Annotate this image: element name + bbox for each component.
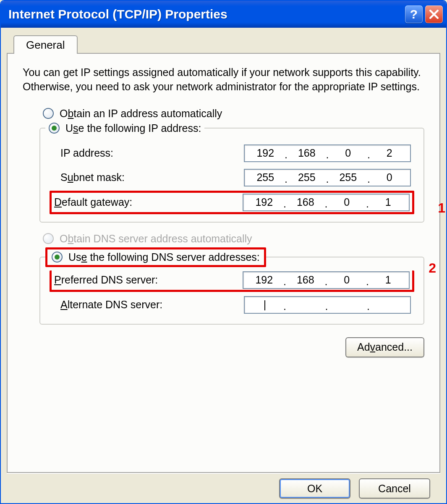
annotation-2: 2 <box>429 260 436 276</box>
preferred-dns-input[interactable]: . . . <box>243 271 410 289</box>
close-button[interactable] <box>425 5 443 23</box>
radio-icon <box>52 252 63 262</box>
row-subnet-mask: Subnet mask: . . . <box>50 166 414 189</box>
cancel-button[interactable]: Cancel <box>359 478 430 499</box>
adns-oct-4[interactable] <box>370 298 409 311</box>
intro-text: You can get IP settings assigned automat… <box>23 66 424 94</box>
pdns-oct-3[interactable] <box>328 273 366 286</box>
radio-dns-auto: Obtain DNS server address automatically <box>43 233 424 245</box>
advanced-row: Advanced... <box>23 337 424 357</box>
title-bar: Internet Protocol (TCP/IP) Properties ? <box>1 1 446 28</box>
tab-general[interactable]: General <box>13 35 78 54</box>
group-ip-manual: Use the following IP address: IP address… <box>39 122 424 223</box>
radio-dns-manual-label: Use the following DNS server addresses: <box>68 251 260 263</box>
dialog-window: Internet Protocol (TCP/IP) Properties ? … <box>0 0 447 504</box>
ok-button[interactable]: OK <box>279 478 350 499</box>
gw-oct-4[interactable] <box>369 196 408 209</box>
ip-oct-4[interactable] <box>371 147 409 160</box>
tab-general-label: General <box>26 39 65 51</box>
client-area: General You can get IP settings assigned… <box>1 28 446 503</box>
gw-oct-3[interactable] <box>328 196 366 209</box>
ip-address-input[interactable]: . . . <box>244 144 411 162</box>
row-alternate-dns: Alternate DNS server: . . . <box>50 294 414 316</box>
radio-icon <box>43 233 54 244</box>
ip-address-label: IP address: <box>60 147 113 159</box>
advanced-button[interactable]: Advanced... <box>345 337 424 357</box>
alternate-dns-label: Alternate DNS server: <box>60 299 162 311</box>
preferred-dns-label: Preferred DNS server: <box>54 274 158 286</box>
radio-ip-manual-label: Use the following IP address: <box>65 122 201 134</box>
radio-ip-auto[interactable]: Obtain an IP address automatically <box>43 108 424 120</box>
group-dns-manual: Use the following DNS server addresses: … <box>39 247 424 325</box>
radio-ip-manual[interactable]: Use the following IP address: <box>45 122 204 134</box>
adns-oct-2[interactable] <box>287 298 325 311</box>
radio-dns-manual[interactable]: Use the following DNS server addresses: <box>45 247 266 267</box>
radio-ip-auto-label: Obtain an IP address automatically <box>60 108 222 120</box>
text-caret <box>264 300 265 310</box>
ip-oct-2[interactable] <box>288 147 326 160</box>
pdns-oct-2[interactable] <box>287 273 325 286</box>
row-default-gateway: Default gateway: . . . <box>50 191 414 214</box>
mask-oct-4[interactable] <box>371 171 409 184</box>
window-title: Internet Protocol (TCP/IP) Properties <box>8 7 403 21</box>
radio-icon <box>49 123 60 134</box>
gw-oct-2[interactable] <box>287 196 325 209</box>
annotation-1: 1 <box>438 200 445 216</box>
row-ip-address: IP address: . . . <box>50 142 414 165</box>
radio-dns-auto-label: Obtain DNS server address automatically <box>60 233 252 245</box>
general-panel: You can get IP settings assigned automat… <box>7 53 440 473</box>
subnet-mask-label: Subnet mask: <box>60 171 125 184</box>
gateway-label: Default gateway: <box>54 196 132 208</box>
row-preferred-dns: Preferred DNS server: . . . <box>50 270 414 292</box>
subnet-mask-input[interactable]: . . . <box>244 169 411 186</box>
alternate-dns-input[interactable]: . . . <box>244 296 411 314</box>
mask-oct-1[interactable] <box>246 171 285 184</box>
pdns-oct-4[interactable] <box>369 273 408 286</box>
help-icon: ? <box>410 7 418 21</box>
cancel-label: Cancel <box>378 483 411 494</box>
pdns-oct-1[interactable] <box>245 273 283 286</box>
gw-oct-1[interactable] <box>245 196 283 209</box>
tab-strip: General <box>7 34 440 53</box>
ip-oct-1[interactable] <box>246 147 285 160</box>
mask-oct-3[interactable] <box>329 171 367 184</box>
adns-oct-3[interactable] <box>328 298 367 311</box>
dialog-footer: OK Cancel <box>7 473 440 503</box>
close-icon <box>429 10 439 19</box>
ok-label: OK <box>307 483 322 494</box>
gateway-input[interactable]: . . . <box>243 194 410 211</box>
radio-icon <box>43 108 54 119</box>
help-button[interactable]: ? <box>405 5 423 23</box>
ip-oct-3[interactable] <box>329 147 367 160</box>
mask-oct-2[interactable] <box>288 171 326 184</box>
